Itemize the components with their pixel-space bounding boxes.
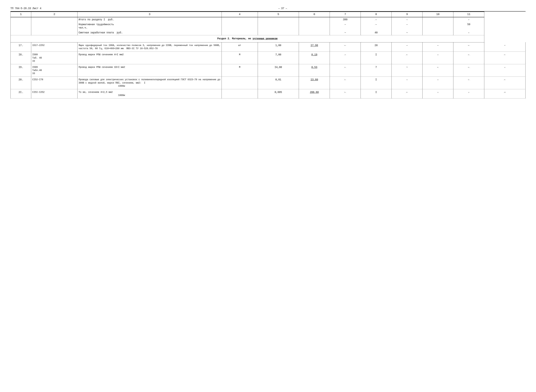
header-line: ТП 704-5-28.33 Лист 4 – 37 – [10,7,526,10]
table-row: 20.СI52–I78Провода силовые для электриче… [11,77,526,89]
header-center: – 37 – [278,7,287,10]
summary-row: Итого по разделу I руб.399––– [11,17,526,22]
main-table: 1 2 3 4 5 6 7 8 9 10 11 Итого по разделу… [10,12,526,98]
description: Ящик однофидерный ток 100А, количество п… [78,42,222,51]
summary-label: Итого по разделу I руб. [78,17,222,22]
header-right [524,7,526,10]
col-header-10: 10 [422,12,453,17]
col-header-2: 2 [31,12,77,17]
col-header-11: 11 [453,12,484,17]
col-header-6: 6 [299,12,330,17]
description: Провод марки РПШ сечением 4×I мм2 [78,52,222,64]
summary-row: Нормативная трудоёмкость чел.ч.–––59 [11,22,526,30]
col-header-7: 7 [330,12,361,17]
table-row: I9.I509 Табл.40 33Провод марки РПШ сечен… [11,64,526,77]
summary-row: Сметная заработная плата руб.~40~– [11,30,526,35]
col-header-9: 9 [392,12,422,17]
table-row: I8.I509 Таб. 40 33Провод марки РПШ сечен… [11,52,526,64]
description: Провода силовые для электрических устано… [78,77,222,89]
description: То же, сечением 4×2,5 мм2 1000м [78,89,222,98]
col-header-8: 8 [361,12,392,17]
col-header-1: 1 [11,12,31,17]
table-row: 17.1517–2252Ящик однофидерный ток 100А, … [11,42,526,51]
col-header-4: 4 [222,12,258,17]
col-header-5: 5 [258,12,299,17]
section-header-row: Раздел 2. Материалы, не учтенные ценнико… [11,35,526,42]
table-row: 2I.СI5I–I252То же, сечением 4×2,5 мм2 10… [11,89,526,98]
col-header-3: 3 [78,12,222,17]
summary-label: Сметная заработная плата руб. [78,30,222,35]
column-headers: 1 2 3 4 5 6 7 8 9 10 11 [11,12,526,17]
section-header: Раздел 2. Материалы, не учтенные ценнико… [11,35,484,42]
header-left: ТП 704-5-28.33 Лист 4 [10,7,41,10]
summary-label: Нормативная трудоёмкость чел.ч. [78,22,222,30]
description: Провод марки РПШ сечением 10×I мм2 [78,64,222,77]
